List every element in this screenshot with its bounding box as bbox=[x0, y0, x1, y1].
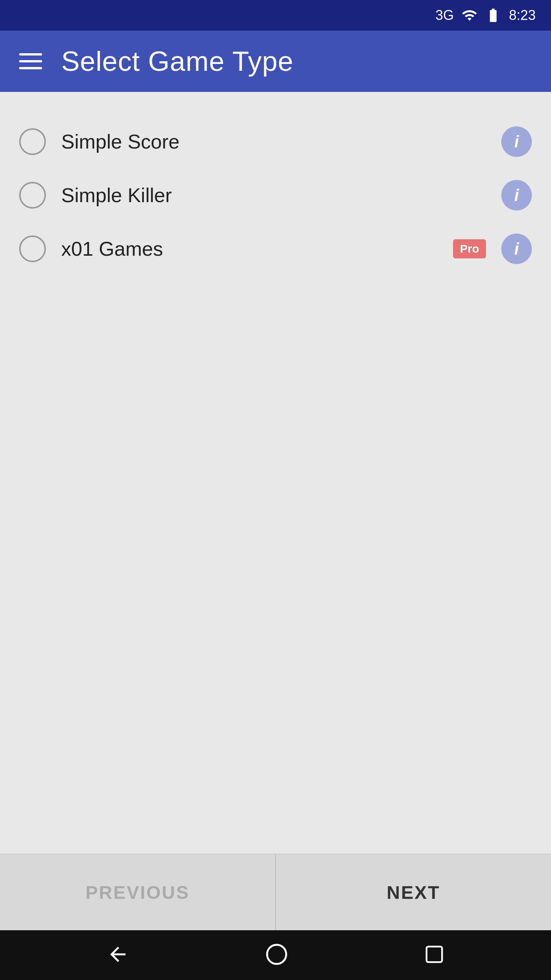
hamburger-line-2 bbox=[19, 60, 42, 62]
back-icon bbox=[106, 943, 129, 966]
option-label-wrap-simple-score: Simple Score bbox=[61, 130, 486, 153]
main-content: Simple Score i Simple Killer i x01 Games… bbox=[0, 92, 551, 854]
network-indicator: 3G bbox=[435, 7, 454, 23]
option-label-wrap-simple-killer: Simple Killer bbox=[61, 184, 486, 207]
next-button[interactable]: NEXT bbox=[276, 854, 551, 930]
info-icon-simple-killer: i bbox=[514, 186, 519, 205]
option-row-x01-games: x01 Games Pro i bbox=[19, 222, 532, 276]
info-icon-x01-games: i bbox=[514, 239, 519, 258]
nav-back-button[interactable] bbox=[106, 943, 129, 967]
nav-home-button[interactable] bbox=[265, 943, 288, 967]
option-label-simple-killer: Simple Killer bbox=[61, 184, 486, 207]
radio-simple-killer[interactable] bbox=[19, 182, 46, 209]
radio-simple-score[interactable] bbox=[19, 128, 46, 155]
svg-point-0 bbox=[267, 945, 286, 964]
pro-badge-x01: Pro bbox=[453, 239, 486, 258]
option-label-x01-games: x01 Games bbox=[61, 237, 445, 260]
info-button-x01-games[interactable]: i bbox=[501, 234, 532, 264]
info-icon-simple-score: i bbox=[514, 132, 519, 151]
hamburger-line-1 bbox=[19, 53, 42, 56]
info-button-simple-killer[interactable]: i bbox=[501, 180, 532, 211]
info-button-simple-score[interactable]: i bbox=[501, 126, 532, 157]
nav-recent-button[interactable] bbox=[424, 944, 445, 966]
option-row-simple-score: Simple Score i bbox=[19, 115, 532, 168]
android-nav-bar bbox=[0, 930, 551, 980]
option-row-simple-killer: Simple Killer i bbox=[19, 168, 532, 222]
page-title: Select Game Type bbox=[61, 46, 293, 77]
svg-rect-1 bbox=[427, 947, 442, 962]
option-label-wrap-x01-games: x01 Games Pro bbox=[61, 237, 486, 260]
bottom-buttons: PREVIOUS NEXT bbox=[0, 854, 551, 930]
radio-x01-games[interactable] bbox=[19, 235, 46, 262]
home-icon bbox=[265, 943, 288, 966]
status-bar: 3G 8:23 bbox=[0, 0, 551, 31]
previous-button[interactable]: PREVIOUS bbox=[0, 854, 276, 930]
hamburger-line-3 bbox=[19, 67, 42, 69]
menu-button[interactable] bbox=[19, 53, 42, 69]
battery-icon bbox=[485, 7, 501, 23]
app-bar: Select Game Type bbox=[0, 31, 551, 92]
time-display: 8:23 bbox=[509, 7, 536, 23]
recent-icon bbox=[424, 944, 445, 965]
signal-icon bbox=[461, 7, 478, 23]
option-label-simple-score: Simple Score bbox=[61, 130, 486, 153]
